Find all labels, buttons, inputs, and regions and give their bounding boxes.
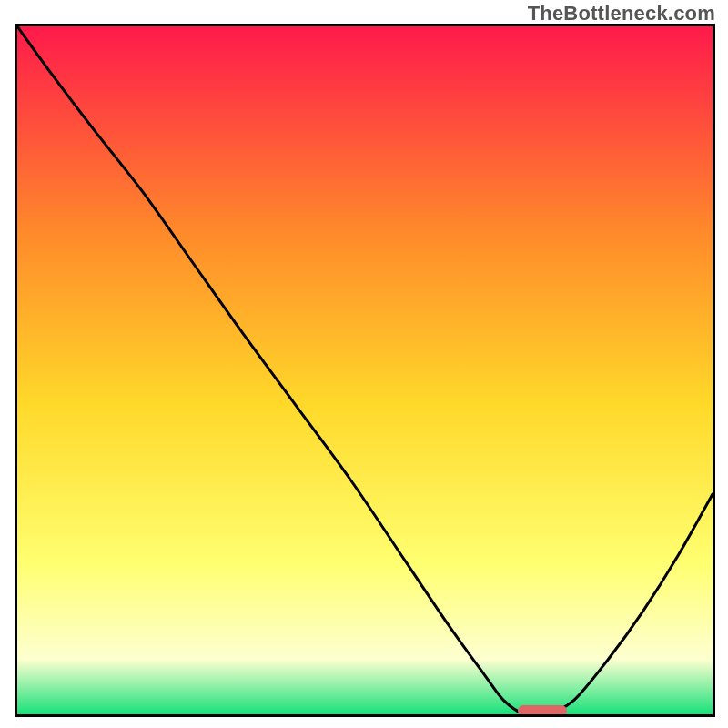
svg-rect-0 (17, 26, 713, 714)
optimal-range-marker (518, 705, 566, 716)
plot-area (15, 24, 715, 717)
watermark-label: TheBottleneck.com (528, 2, 715, 25)
chart-container: TheBottleneck.com (0, 0, 728, 728)
gradient-background (17, 26, 713, 714)
